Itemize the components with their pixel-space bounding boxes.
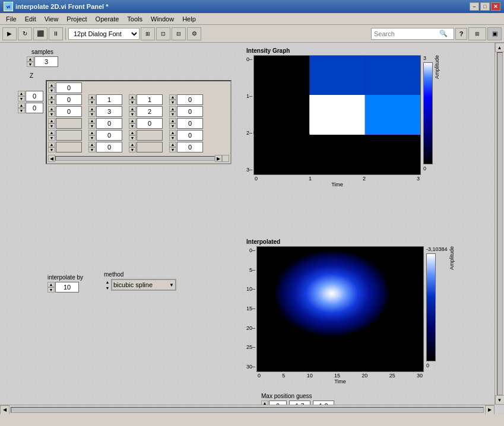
- col1-spacer: [88, 82, 128, 93]
- method-control: ▲ ▼ bicubic spline ▼: [104, 279, 176, 291]
- z41-field[interactable]: [96, 142, 122, 152]
- z43-field[interactable]: [177, 142, 203, 152]
- interpolate-inc[interactable]: ▲: [47, 282, 55, 287]
- ytick-2: 2–: [246, 130, 252, 136]
- ixtick-15: 15: [334, 373, 340, 379]
- run-button[interactable]: ▶: [2, 27, 17, 40]
- col0-inc[interactable]: ▲: [48, 82, 55, 88]
- z32: ▲▼: [129, 130, 168, 141]
- row0-inc[interactable]: ▲: [18, 91, 25, 96]
- menu-file[interactable]: File: [2, 14, 20, 24]
- z42-field[interactable]: [137, 142, 163, 152]
- pause-button[interactable]: ⏸: [49, 27, 63, 40]
- row-index-controls: ▲▼ ▲▼: [18, 91, 43, 164]
- scroll-left-button[interactable]: ◀: [0, 405, 9, 415]
- scroll-right-button[interactable]: ▶: [485, 405, 495, 415]
- z10-field[interactable]: [56, 106, 82, 117]
- method-dropdown[interactable]: bicubic spline ▼: [111, 279, 176, 291]
- z00-field[interactable]: [56, 94, 82, 105]
- grid-button[interactable]: ⊞: [468, 27, 486, 40]
- z13-field[interactable]: [177, 106, 203, 117]
- interpolate-by-field[interactable]: [55, 282, 79, 293]
- interpolate-dec[interactable]: ▼: [47, 287, 55, 293]
- z13: ▲▼: [169, 106, 208, 117]
- z31-field[interactable]: [96, 130, 122, 141]
- menu-project[interactable]: Project: [63, 14, 90, 24]
- z20-field[interactable]: [56, 118, 82, 129]
- z42: ▲▼: [129, 142, 168, 152]
- z01: ▲▼: [88, 94, 128, 105]
- z21-field[interactable]: [96, 118, 122, 129]
- intensity-graph-container: Frequency 0 1 2 3 Time: [253, 55, 421, 187]
- z-row-0: ▲▼ ▲▼ ▲▼ ▲▼: [48, 94, 229, 105]
- labview-button[interactable]: ▣: [487, 27, 502, 40]
- menu-window[interactable]: Window: [147, 14, 177, 24]
- table-scroll-right[interactable]: ▶: [215, 155, 222, 162]
- table-scroll-track[interactable]: [55, 156, 215, 161]
- z32-field[interactable]: [137, 130, 163, 141]
- minimize-button[interactable]: –: [470, 2, 479, 11]
- ixtick-25: 25: [389, 373, 395, 379]
- menu-view[interactable]: View: [41, 14, 62, 24]
- samples-increment[interactable]: ▲: [27, 56, 34, 62]
- interp-colorbar-min: 0: [426, 363, 429, 368]
- max-position-label: Max position guess: [261, 393, 334, 399]
- row1-inc[interactable]: ▲: [18, 103, 25, 108]
- menu-edit[interactable]: Edit: [21, 14, 40, 24]
- menu-operate[interactable]: Operate: [92, 14, 123, 24]
- row1-dec[interactable]: ▼: [18, 108, 25, 113]
- menu-help[interactable]: Help: [179, 14, 199, 24]
- scroll-track-horizontal[interactable]: [11, 407, 484, 413]
- samples-field[interactable]: [34, 56, 58, 67]
- scroll-track-vertical[interactable]: [497, 52, 503, 395]
- font-selector[interactable]: 12pt Dialog Font: [68, 28, 140, 40]
- stop-button[interactable]: ⬛: [33, 27, 47, 40]
- z22-field[interactable]: [137, 118, 163, 129]
- z30-field[interactable]: [56, 130, 82, 141]
- ixtick-0: 0: [258, 373, 261, 379]
- table-scroll-left[interactable]: ◀: [48, 155, 55, 162]
- row1-field[interactable]: [26, 103, 43, 113]
- scroll-down-button[interactable]: ▼: [495, 395, 505, 405]
- app-icon: vi: [4, 2, 13, 11]
- z02: ▲▼: [129, 94, 168, 105]
- col0-field[interactable]: [56, 82, 82, 93]
- row0-dec[interactable]: ▼: [18, 96, 25, 101]
- method-label: method: [104, 271, 176, 278]
- z40: ▲▼: [48, 142, 87, 152]
- run-continuous-button[interactable]: ↻: [18, 27, 32, 40]
- ixtick-5: 5: [282, 373, 285, 379]
- z11-field[interactable]: [96, 106, 122, 117]
- scroll-up-button[interactable]: ▲: [495, 43, 505, 52]
- search-input[interactable]: [374, 30, 439, 37]
- method-dec[interactable]: ▼: [106, 285, 110, 291]
- resize-button[interactable]: ⊟: [172, 27, 186, 40]
- window-controls: – □ ✕: [470, 2, 500, 11]
- z33-field[interactable]: [177, 130, 203, 141]
- table-scroll-corner: [222, 155, 229, 162]
- ytick-0: 0–: [246, 56, 252, 62]
- close-button[interactable]: ✕: [491, 2, 500, 11]
- row0-field[interactable]: [26, 91, 43, 101]
- intensity-xticks: 0 1 2 3: [253, 176, 421, 182]
- col0-dec[interactable]: ▼: [48, 88, 55, 93]
- method-inc[interactable]: ▲: [106, 279, 110, 285]
- maximize-button[interactable]: □: [480, 2, 490, 11]
- z02-field[interactable]: [137, 94, 163, 105]
- interpolated-graph-panel: Interpolated 0– 5– 10– 15– 20– 25– 30– 0…: [246, 239, 490, 384]
- settings-button[interactable]: ⚙: [187, 27, 201, 40]
- distribute-button[interactable]: ⊡: [156, 27, 170, 40]
- z12-field[interactable]: [137, 106, 163, 117]
- samples-decrement[interactable]: ▼: [27, 62, 34, 67]
- help-button[interactable]: ?: [455, 28, 467, 40]
- z23-field[interactable]: [177, 118, 203, 129]
- z01-field[interactable]: [96, 94, 122, 105]
- iytick-10: 10–: [246, 286, 255, 292]
- z40-field[interactable]: [56, 142, 82, 152]
- method-panel: method ▲ ▼ bicubic spline ▼: [104, 271, 176, 291]
- z03-field[interactable]: [177, 94, 203, 105]
- align-button[interactable]: ⊞: [141, 27, 155, 40]
- intensity-graph-panel: Intensity Graph 0– 1– 2– 3– Frequency 0 …: [246, 47, 484, 187]
- right-scrollbar[interactable]: ▲ ▼: [495, 43, 504, 405]
- menu-tools[interactable]: Tools: [123, 14, 146, 24]
